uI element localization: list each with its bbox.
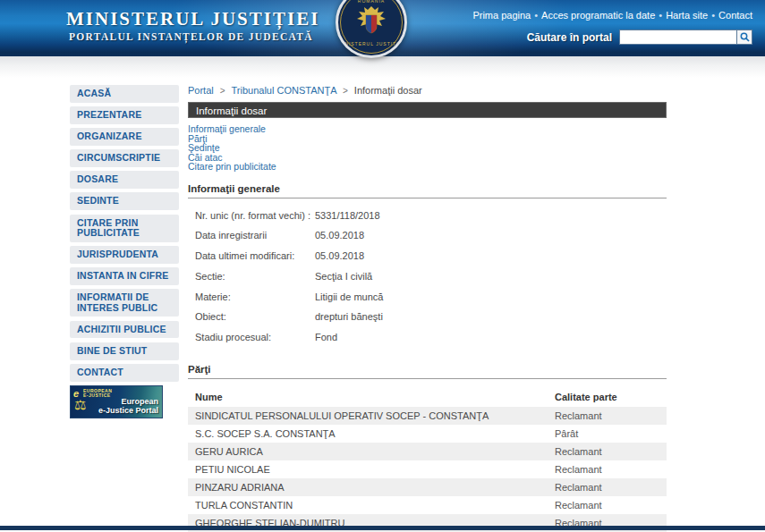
nav-link-prima-pagina[interactable]: Prima pagina (472, 10, 531, 21)
info-value: 5331/118/2018 (315, 210, 380, 221)
header-nav: Prima pagina•Acces programatic la date•H… (472, 10, 752, 21)
header-fade-strip (0, 56, 765, 78)
ejustice-portal-banner[interactable]: e EUROPEAN E-JUSTICE ⚖ European e-Justic… (70, 385, 163, 418)
info-value: Litigii de muncă (315, 291, 383, 302)
nav-separator: • (711, 10, 715, 21)
info-row-stadiu: Stadiu procesual: Fond (188, 332, 667, 352)
sidebar-item-informatii-de-interes-public[interactable]: INFORMATII DE INTERES PUBLIC (70, 289, 179, 317)
info-label: Materie: (188, 291, 315, 302)
info-row-data-modificari: Data ultimei modificari: 05.09.2018 (188, 250, 667, 271)
table-row: S.C. SOCEP S.A. CONSTANŢA Pârât (188, 425, 667, 443)
info-row-sectie: Sectie: Secţia I civilă (188, 271, 667, 291)
breadcrumb-tribunal[interactable]: Tribunalul CONSTANŢA (232, 85, 336, 96)
table-row: TURLA CONSTANTIN Reclamant (188, 496, 667, 514)
sidebar-item-contact[interactable]: CONTACT (70, 364, 179, 382)
ministry-seal-logo: ROMANIA MINISTERUL JUSTIȚIEI (336, 0, 407, 58)
sidebar-item-achizitii-publice[interactable]: ACHIZITII PUBLICE (70, 321, 179, 339)
link-informatii-generale[interactable]: Informaţii generale (188, 124, 667, 134)
party-name: TURLA CONSTANTIN (188, 500, 555, 511)
info-label: Data ultimei modificari: (188, 250, 315, 261)
table-row: PETIU NICOLAE Reclamant (188, 460, 667, 478)
general-info-heading: Informaţii generale (188, 183, 667, 198)
info-label: Data inregistrarii (188, 230, 315, 241)
party-role: Pârât (555, 428, 667, 439)
party-role: Reclamant (555, 464, 667, 475)
info-value: Secţia I civilă (315, 271, 372, 282)
nav-separator: • (659, 10, 662, 21)
seal-top-text: ROMANIA (358, 0, 385, 4)
header-right: Prima pagina•Acces programatic la date•H… (472, 10, 752, 45)
coat-of-arms-icon (356, 4, 387, 40)
sidebar-item-instanta-in-cifre[interactable]: INSTANTA IN CIFRE (70, 267, 179, 285)
info-label: Sectie: (188, 271, 315, 282)
info-label: Obiect: (188, 311, 315, 322)
site-title: MINISTERUL JUSTIȚIEI (66, 8, 319, 30)
info-label: Stadiu procesual: (188, 332, 315, 342)
party-name: GERU AURICA (188, 446, 555, 457)
party-name: PINZARU ADRIANA (188, 482, 555, 493)
sidebar-item-prezentare[interactable]: PREZENTARE (70, 106, 179, 124)
search-icon (740, 32, 750, 42)
sidebar-item-acasa[interactable]: ACASĂ (70, 85, 179, 103)
site-header: MINISTERUL JUSTIȚIEI PORTALUL INSTANȚELO… (0, 0, 765, 56)
party-role: Reclamant (555, 446, 667, 457)
column-header-calitate: Calitate parte (555, 392, 667, 402)
search-input[interactable] (619, 30, 737, 45)
info-value: 05.09.2018 (315, 250, 364, 261)
party-role: Reclamant (555, 482, 667, 493)
search-button[interactable] (737, 30, 752, 45)
seal-bottom-text: MINISTERUL JUSTIȚIEI (338, 41, 405, 46)
link-citare-prin-publicitate[interactable]: Citare prin publicitate (188, 162, 667, 172)
sidebar-item-sedinte[interactable]: SEDINTE (70, 192, 179, 210)
parties-header-row: Nume Calitate parte (188, 387, 667, 407)
breadcrumb-separator: > (343, 86, 348, 96)
column-header-nume: Nume (188, 392, 555, 402)
link-sedinte[interactable]: Şedinţe (188, 143, 667, 153)
sidebar: ACASĂ PREZENTARE ORGANIZARE CIRCUMSCRIPT… (70, 85, 179, 418)
dossier-quick-links: Informaţii generale Părţi Şedinţe Căi at… (188, 124, 667, 172)
link-parti[interactable]: Părţi (188, 134, 667, 144)
nav-link-harta-site[interactable]: Harta site (666, 10, 708, 21)
scales-icon: ⚖ (74, 398, 86, 412)
ejustice-banner-caption: European e-Justice Portal (98, 398, 158, 415)
info-value: Fond (315, 332, 337, 342)
page-title-bar: Informaţii dosar (188, 102, 667, 118)
breadcrumb-current: Informaţii dosar (354, 85, 422, 96)
breadcrumb-portal[interactable]: Portal (188, 85, 214, 96)
sidebar-item-dosare[interactable]: DOSARE (70, 171, 179, 189)
party-role: Reclamant (555, 500, 667, 511)
ministry-seal-inner: ROMANIA MINISTERUL JUSTIȚIEI (340, 0, 403, 54)
info-value: drepturi băneşti (315, 311, 383, 322)
sidebar-item-bine-de-stiut[interactable]: BINE DE STIUT (70, 342, 179, 360)
site-subtitle: PORTALUL INSTANȚELOR DE JUDECATĂ (69, 31, 313, 42)
info-row-materie: Materie: Litigii de muncă (188, 291, 667, 312)
main-content: Portal > Tribunalul CONSTANŢA > Informaţ… (188, 85, 667, 532)
nav-link-contact[interactable]: Contact (718, 10, 752, 21)
footer-bar (0, 526, 765, 530)
sidebar-item-organizare[interactable]: ORGANIZARE (70, 128, 179, 146)
party-name: S.C. SOCEP S.A. CONSTANŢA (188, 428, 555, 439)
parties-heading: Părţi (188, 364, 667, 379)
party-name: SINDICATUL PERSONALULUI OPERATIV SOCEP -… (188, 410, 555, 421)
breadcrumb-separator: > (220, 86, 225, 96)
nav-link-acces-programatic[interactable]: Acces programatic la date (541, 10, 655, 21)
search-label: Căutare în portal (527, 31, 612, 44)
breadcrumb: Portal > Tribunalul CONSTANŢA > Informaţ… (188, 85, 667, 98)
sidebar-item-citare-prin-publicitate[interactable]: CITARE PRIN PUBLICITATE (70, 215, 179, 242)
table-row: PINZARU ADRIANA Reclamant (188, 478, 667, 496)
nav-separator: • (534, 10, 538, 21)
ejustice-logo-text: EUROPEAN E-JUSTICE (83, 389, 119, 398)
info-row-data-inregistrarii: Data inregistrarii 05.09.2018 (188, 230, 667, 250)
table-row: GERU AURICA Reclamant (188, 443, 667, 460)
general-info-grid: Nr. unic (nr. format vechi) : 5331/118/2… (188, 210, 667, 353)
info-value: 05.09.2018 (315, 230, 364, 241)
info-row-nr-unic: Nr. unic (nr. format vechi) : 5331/118/2… (188, 210, 667, 231)
info-label: Nr. unic (nr. format vechi) : (188, 210, 315, 221)
sidebar-item-circumscriptie[interactable]: CIRCUMSCRIPTIE (70, 149, 179, 167)
ejustice-caption-line2: e-Justice Portal (98, 407, 158, 416)
sidebar-item-jurisprudenta[interactable]: JURISPRUDENTA (70, 246, 179, 264)
table-row: SINDICATUL PERSONALULUI OPERATIV SOCEP -… (188, 407, 667, 425)
party-role: Reclamant (555, 410, 667, 421)
party-name: PETIU NICOLAE (188, 464, 555, 475)
info-row-obiect: Obiect: drepturi băneşti (188, 311, 667, 332)
